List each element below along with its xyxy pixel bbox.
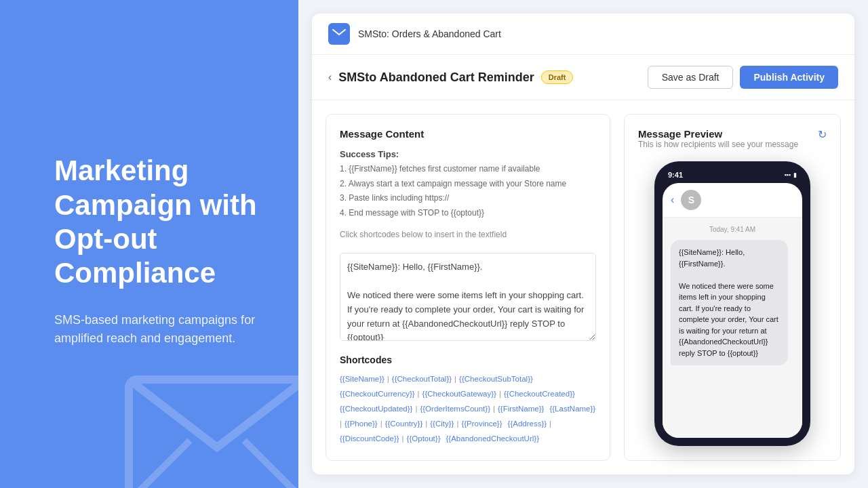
battery-icon: ▮ [793,171,797,178]
tip-2: 2. Always start a text campaign message … [340,177,596,192]
shortcode-firstname[interactable]: {{FirstName}} [498,405,544,417]
svg-line-2 [244,441,298,488]
shortcode-checkoutsubtotal[interactable]: {{CheckoutSubTotal}} [459,375,533,387]
shortcode-lastname[interactable]: {{LastName}} [549,405,595,417]
message-preview-panel: Message Preview This is how recipients w… [624,114,841,461]
shortcode-optout[interactable]: {{Optout}} [407,434,441,447]
shortcode-address[interactable]: {{Address}} [508,420,547,432]
shortcode-checkoutgateway[interactable]: {{CheckoutGateway}} [422,390,496,402]
signal-icon: ▪▪▪ [784,171,791,178]
phone-mockup: 9:41 ▪▪▪ ▮ ‹ S [638,161,827,447]
shortcode-country[interactable]: {{Country}} [385,420,423,432]
phone-time: 9:41 [668,171,683,179]
headline: Marketing Campaign with Opt-out Complian… [54,154,264,291]
shortcode-checkoutcurrency[interactable]: {{CheckoutCurrency}} [340,390,415,402]
tips-label: Success Tips: [340,149,596,159]
shortcode-phone[interactable]: {{Phone}} [344,420,378,432]
tip-3: 3. Paste links including https:// [340,191,596,206]
app-logo-icon [332,29,346,39]
app-header: SMSto: Orders & Abandoned Cart [312,14,854,55]
activity-title-area: ‹ SMSto Abandoned Cart Reminder Draft [328,70,573,85]
save-draft-button[interactable]: Save as Draft [648,66,734,89]
shortcode-province[interactable]: {{Province}} [461,420,502,432]
back-arrow-icon[interactable]: ‹ [328,71,332,83]
chat-body: Today, 9:41 AM {{SiteName}}: Hello, {{Fi… [663,218,802,438]
app-title: SMSto: Orders & Abandoned Cart [358,28,501,39]
phone-frame: 9:41 ▪▪▪ ▮ ‹ S [654,161,810,446]
right-panel: SMSto: Orders & Abandoned Cart ‹ SMSto A… [298,0,868,488]
shortcode-checkoutcreated[interactable]: {{CheckoutCreated}} [504,390,575,402]
chat-back-icon: ‹ [671,194,674,206]
phone-status-icons: ▪▪▪ ▮ [784,171,797,178]
activity-header: ‹ SMSto Abandoned Cart Reminder Draft Sa… [312,55,854,100]
shortcode-checkouttotal[interactable]: {{CheckoutTotal}} [392,375,452,387]
app-logo [328,23,350,45]
activity-actions: Save as Draft Publish Activity [648,66,838,89]
message-content-panel: Message Content Success Tips: 1. {{First… [326,114,610,461]
message-textarea[interactable]: {{SiteName}}: Hello, {{FirstName}}. We n… [340,253,596,341]
shortcodes-tags: {{SiteName}} | {{CheckoutTotal}} | {{Che… [340,375,596,447]
tips-list: 1. {{FirstName}} fetches first customer … [340,162,596,220]
preview-subtitle: This is how recipients will see your mes… [638,140,798,149]
main-content: Message Content Success Tips: 1. {{First… [312,100,854,474]
preview-title-block: Message Preview This is how recipients w… [638,128,798,159]
envelope-watermark-icon [122,359,298,488]
tip-1: 1. {{FirstName}} fetches first customer … [340,162,596,177]
shortcode-checkoutupdated[interactable]: {{CheckoutUpdated}} [340,405,412,417]
phone-screen: ‹ S Today, 9:41 AM {{SiteName}}: Hello, … [663,183,802,438]
shortcode-orderitemscount[interactable]: {{OrderItemsCount}} [420,405,490,417]
shortcode-discountcode[interactable]: {{DiscountCode}} [340,434,399,447]
success-tips-section: Success Tips: 1. {{FirstName}} fetches f… [340,149,596,220]
shortcode-sitename[interactable]: {{SiteName}} [340,375,384,387]
shortcode-city[interactable]: {{City}} [430,420,454,432]
app-card: SMSto: Orders & Abandoned Cart ‹ SMSto A… [312,14,854,474]
chat-timestamp: Today, 9:41 AM [671,226,794,233]
chat-avatar: S [681,190,701,210]
shortcodes-section-title: Shortcodes [340,354,596,365]
svg-line-1 [129,441,190,488]
refresh-icon[interactable]: ↻ [818,128,827,141]
left-panel: Marketing Campaign with Opt-out Complian… [0,0,298,488]
preview-title: Message Preview [638,128,798,140]
chat-header: ‹ S [663,183,802,218]
tip-4: 4. End message with STOP to {{optout}} [340,206,596,221]
message-content-title: Message Content [340,128,596,140]
subtext: SMS-based marketing campaigns for amplif… [54,311,264,348]
chat-bubble: {{SiteName}}: Hello, {{FirstName}}. We n… [671,240,788,365]
publish-button[interactable]: Publish Activity [740,66,838,89]
shortcode-abandonedcheckouturl[interactable]: {{AbandonedCheckoutUrl}} [446,434,539,447]
shortcodes-hint: Click shortcodes below to insert in the … [340,230,596,239]
preview-header: Message Preview This is how recipients w… [638,128,827,159]
phone-status-bar: 9:41 ▪▪▪ ▮ [663,169,802,180]
draft-badge: Draft [541,70,574,84]
activity-title: SMSto Abandoned Cart Reminder [338,70,534,85]
